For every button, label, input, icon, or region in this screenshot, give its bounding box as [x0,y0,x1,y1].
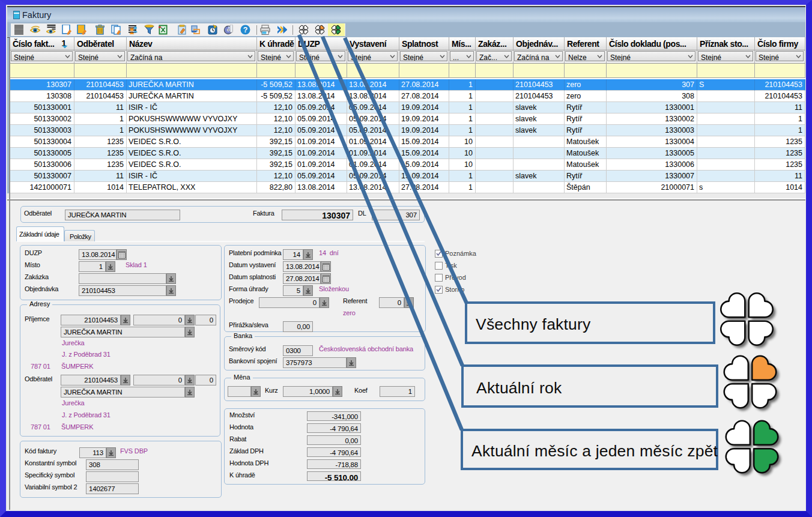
svg-text:?: ? [243,26,247,34]
